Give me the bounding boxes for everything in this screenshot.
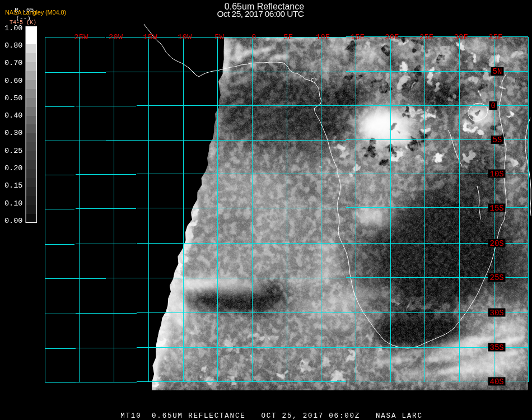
svg-text:NASA Langley (M04.0): NASA Langley (M04.0) — [5, 9, 66, 16]
svg-text:0.40: 0.40 — [4, 111, 22, 120]
svg-text:10E: 10E — [316, 33, 330, 41]
svg-text:Oct 25, 2017 06:00 UTC: Oct 25, 2017 06:00 UTC — [217, 9, 304, 18]
svg-text:0.25: 0.25 — [4, 147, 22, 155]
svg-text:5N: 5N — [493, 67, 502, 76]
svg-text:15E: 15E — [351, 33, 365, 41]
svg-text:30S: 30S — [490, 309, 504, 318]
svg-text:0.10: 0.10 — [4, 199, 22, 208]
svg-text:T4-5 (K): T4-5 (K) — [10, 20, 36, 26]
svg-text:40S: 40S — [490, 377, 504, 386]
svg-text:15W: 15W — [143, 33, 158, 41]
svg-text:0.00: 0.00 — [4, 217, 22, 225]
svg-text:15S: 15S — [490, 204, 504, 213]
svg-text:5E: 5E — [284, 33, 293, 41]
svg-text:35S: 35S — [490, 343, 504, 352]
svg-text:0: 0 — [491, 101, 496, 110]
svg-text:20E: 20E — [385, 33, 399, 41]
svg-text:30E: 30E — [454, 33, 469, 41]
svg-text:0.15: 0.15 — [4, 181, 22, 190]
svg-text:10S: 10S — [490, 170, 504, 179]
svg-text:20W: 20W — [109, 33, 123, 41]
svg-text:20S: 20S — [490, 239, 504, 248]
svg-text:35E: 35E — [488, 33, 503, 41]
svg-text:25S: 25S — [490, 273, 504, 282]
svg-text:0.30: 0.30 — [4, 129, 22, 137]
svg-text:0.20: 0.20 — [4, 164, 22, 172]
svg-text:0.60: 0.60 — [4, 77, 22, 85]
svg-text:25E: 25E — [419, 33, 434, 41]
svg-text:25W: 25W — [74, 33, 88, 41]
svg-text:5W: 5W — [214, 33, 225, 41]
svg-text:0.70: 0.70 — [4, 59, 22, 67]
svg-text:MT10 0.65UM REFLECTANCE OCT: MT10 0.65UM REFLECTANCE OCT 25, 2017 06:… — [120, 412, 422, 420]
svg-text:0.50: 0.50 — [4, 94, 22, 102]
svg-text:0.80: 0.80 — [4, 41, 22, 50]
svg-text:10W: 10W — [178, 33, 192, 41]
svg-text:5S: 5S — [493, 136, 502, 144]
svg-text:0: 0 — [251, 33, 256, 41]
